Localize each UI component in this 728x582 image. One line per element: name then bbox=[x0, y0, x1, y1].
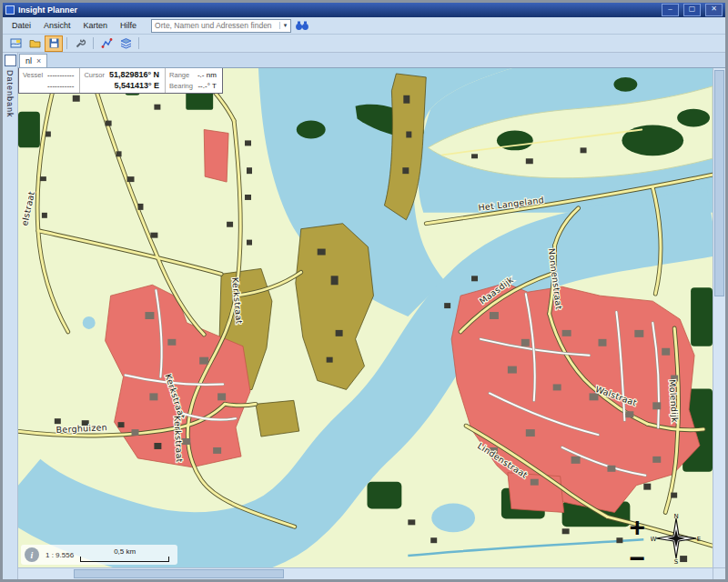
vertical-scrollbar-thumb[interactable] bbox=[714, 70, 724, 296]
maximize-icon[interactable]: ▢ bbox=[683, 4, 701, 16]
vessel-label: Vessel bbox=[23, 71, 43, 79]
vessel-line1: ----------- bbox=[47, 71, 74, 79]
folder-icon bbox=[29, 37, 41, 49]
menu-bar: Datei Ansicht Karten Hilfe ▾ bbox=[3, 17, 725, 35]
app-icon bbox=[5, 5, 15, 15]
vessel-section: Vessel ----------- ----------- bbox=[19, 68, 79, 93]
save-disk-icon bbox=[48, 37, 60, 49]
search-combo[interactable]: ▾ bbox=[151, 19, 291, 33]
close-icon[interactable]: ✕ bbox=[705, 4, 723, 16]
compass-e: E bbox=[697, 536, 701, 543]
compass-rose[interactable]: N E S W bbox=[651, 513, 702, 564]
route-icon bbox=[101, 37, 113, 49]
menu-datei[interactable]: Datei bbox=[6, 19, 36, 32]
tab-close-icon[interactable]: × bbox=[36, 57, 41, 65]
horizontal-scrollbar[interactable] bbox=[18, 567, 713, 579]
binoculars-icon bbox=[295, 20, 309, 31]
cursor-label: Cursor bbox=[84, 71, 105, 79]
open-chart-button[interactable] bbox=[6, 35, 25, 52]
route-button[interactable] bbox=[97, 35, 116, 52]
wrench-icon bbox=[75, 37, 86, 49]
app-window: Insight Planner – ▢ ✕ Datei Ansicht Kart… bbox=[0, 0, 728, 582]
zoom-in-button[interactable]: + bbox=[629, 517, 645, 538]
search-input[interactable] bbox=[152, 21, 279, 30]
range-value: -.- nm bbox=[197, 71, 217, 79]
vertical-scrollbar[interactable] bbox=[713, 68, 725, 567]
window-title: Insight Planner bbox=[18, 5, 657, 15]
layers-icon bbox=[120, 37, 132, 49]
map-viewport: .mlabel{font:9.5px "DejaVu Sans",sans-se… bbox=[18, 68, 713, 567]
compass-w: W bbox=[651, 536, 657, 543]
scale-ratio: 1 : 9.556 bbox=[46, 551, 74, 559]
range-label: Range bbox=[169, 71, 193, 79]
tools-button[interactable] bbox=[71, 35, 89, 52]
layers-button[interactable] bbox=[116, 35, 135, 52]
menu-karten[interactable]: Karten bbox=[78, 19, 114, 32]
info-icon[interactable]: i bbox=[25, 547, 39, 562]
scale-bar-label: 0,5 km bbox=[114, 547, 136, 556]
tab-nl[interactable]: nl × bbox=[19, 54, 47, 67]
compass-n: N bbox=[673, 513, 678, 520]
zoom-out-button[interactable]: − bbox=[629, 547, 645, 567]
cursor-lat: 51,829816° N bbox=[109, 70, 159, 79]
cursor-lon: 5,541413° E bbox=[109, 81, 159, 90]
bearing-value: --.-° T bbox=[197, 82, 217, 90]
toolbar-separator bbox=[93, 37, 94, 49]
cursor-info-panel: Vessel ----------- ----------- Cursor 51… bbox=[18, 68, 223, 94]
toolbar-separator bbox=[138, 37, 139, 49]
save-button[interactable] bbox=[45, 35, 63, 52]
range-bearing-section: Range -.- nm Bearing --.-° T bbox=[165, 68, 222, 93]
menu-hilfe[interactable]: Hilfe bbox=[115, 19, 142, 32]
compass-s: S bbox=[674, 558, 679, 564]
tab-label: nl bbox=[25, 56, 32, 65]
title-bar: Insight Planner – ▢ ✕ bbox=[3, 3, 725, 17]
map-sheet-icon bbox=[10, 37, 22, 49]
scale-bar-line bbox=[80, 557, 169, 562]
vessel-line2: ----------- bbox=[47, 82, 74, 90]
compass-inner-star bbox=[667, 529, 685, 547]
menu-ansicht[interactable]: Ansicht bbox=[38, 19, 76, 32]
scale-overlay: i 1 : 9.556 0,5 km bbox=[21, 545, 177, 565]
bearing-label: Bearing bbox=[169, 82, 193, 90]
database-icon bbox=[5, 55, 16, 66]
open-folder-button[interactable] bbox=[25, 35, 44, 52]
toolbar bbox=[3, 35, 725, 53]
side-panel-strip: Datenbank bbox=[3, 53, 18, 579]
toolbar-separator bbox=[66, 37, 67, 49]
map-canvas[interactable]: .mlabel{font:9.5px "DejaVu Sans",sans-se… bbox=[18, 68, 713, 567]
find-binoculars-button[interactable] bbox=[293, 17, 311, 34]
horizontal-scrollbar-thumb[interactable] bbox=[74, 569, 284, 578]
scrollbar-corner bbox=[713, 567, 725, 579]
cursor-section: Cursor 51,829816° N 5,541413° E bbox=[79, 68, 165, 93]
tab-bar: nl × bbox=[18, 53, 725, 68]
sidebar-tab-datenbank[interactable]: Datenbank bbox=[5, 70, 15, 118]
minimize-icon[interactable]: – bbox=[662, 4, 679, 16]
chevron-down-icon[interactable]: ▾ bbox=[279, 22, 290, 29]
scale-bar: 0,5 km bbox=[80, 547, 169, 562]
